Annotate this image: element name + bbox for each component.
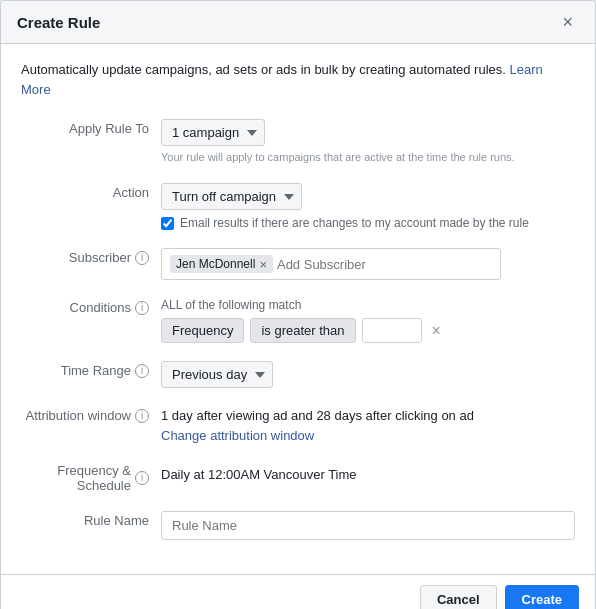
email-results-label: Email results if there are changes to my… [180, 216, 529, 230]
attribution-window-content: 1 day after viewing ad and 28 days after… [161, 402, 575, 443]
action-content: Turn off campaign Email results if there… [161, 179, 575, 230]
add-subscriber-input[interactable] [277, 257, 492, 272]
modal-footer: Cancel Create [1, 574, 595, 609]
modal-close-button[interactable]: × [556, 11, 579, 33]
modal-body: Automatically update campaigns, ad sets … [1, 44, 595, 574]
time-range-info-icon: i [135, 364, 149, 378]
frequency-schedule-label: Frequency & Schedule i [21, 457, 161, 493]
apply-rule-row: Apply Rule To 1 campaign Your rule will … [21, 115, 575, 165]
action-select[interactable]: Turn off campaign [161, 183, 302, 210]
create-rule-modal: Create Rule × Automatically update campa… [0, 0, 596, 609]
subscriber-row: Subscriber i Jen McDonnell × [21, 244, 575, 280]
condition-row: Frequency is greater than × [161, 318, 575, 343]
subscriber-input-box[interactable]: Jen McDonnell × [161, 248, 501, 280]
attribution-text: 1 day after viewing ad and 28 days after… [161, 406, 575, 426]
subscriber-info-icon: i [135, 251, 149, 265]
condition-operator: is greater than [250, 318, 355, 343]
condition-value-input[interactable] [362, 318, 422, 343]
conditions-content: ALL of the following match Frequency is … [161, 294, 575, 343]
modal-header: Create Rule × [1, 1, 595, 44]
email-results-row: Email results if there are changes to my… [161, 216, 575, 230]
change-attribution-link[interactable]: Change attribution window [161, 428, 575, 443]
frequency-schedule-content: Daily at 12:00AM Vancouver Time [161, 457, 575, 482]
frequency-schedule-text: Daily at 12:00AM Vancouver Time [161, 461, 575, 482]
rule-name-row: Rule Name [21, 507, 575, 540]
subscriber-remove-button[interactable]: × [259, 258, 267, 271]
rule-name-content [161, 507, 575, 540]
subscriber-label: Subscriber i [21, 244, 161, 265]
subscriber-content: Jen McDonnell × [161, 244, 575, 280]
rule-name-label: Rule Name [21, 507, 161, 528]
attribution-window-row: Attribution window i 1 day after viewing… [21, 402, 575, 443]
time-range-content: Previous day [161, 357, 575, 388]
conditions-info-icon: i [135, 301, 149, 315]
conditions-header: ALL of the following match [161, 298, 575, 312]
action-row: Action Turn off campaign Email results i… [21, 179, 575, 230]
conditions-row: Conditions i ALL of the following match … [21, 294, 575, 343]
attribution-window-label: Attribution window i [21, 402, 161, 423]
condition-remove-button[interactable]: × [428, 323, 445, 339]
apply-rule-helper: Your rule will apply to campaigns that a… [161, 150, 575, 165]
frequency-schedule-row: Frequency & Schedule i Daily at 12:00AM … [21, 457, 575, 493]
action-label: Action [21, 179, 161, 200]
cancel-button[interactable]: Cancel [420, 585, 497, 609]
time-range-row: Time Range i Previous day [21, 357, 575, 388]
subscriber-name: Jen McDonnell [176, 257, 255, 271]
rule-name-input[interactable] [161, 511, 575, 540]
attribution-info-icon: i [135, 409, 149, 423]
apply-rule-content: 1 campaign Your rule will apply to campa… [161, 115, 575, 165]
condition-frequency-pill: Frequency [161, 318, 244, 343]
frequency-schedule-info-icon: i [135, 471, 149, 485]
modal-title: Create Rule [17, 14, 100, 31]
intro-text: Automatically update campaigns, ad sets … [21, 60, 575, 99]
subscriber-tag: Jen McDonnell × [170, 255, 273, 273]
time-range-select[interactable]: Previous day [161, 361, 273, 388]
apply-rule-label: Apply Rule To [21, 115, 161, 136]
email-results-checkbox[interactable] [161, 217, 174, 230]
conditions-label: Conditions i [21, 294, 161, 315]
time-range-label: Time Range i [21, 357, 161, 378]
apply-rule-select[interactable]: 1 campaign [161, 119, 265, 146]
create-button[interactable]: Create [505, 585, 579, 609]
